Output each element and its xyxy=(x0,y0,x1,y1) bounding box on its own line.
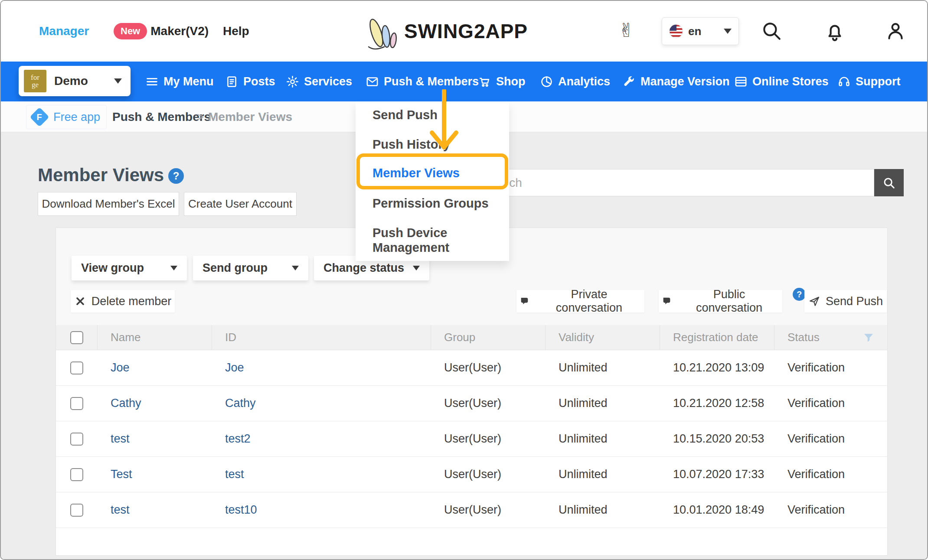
member-id-link[interactable]: Joe xyxy=(225,361,244,374)
row-checkbox[interactable] xyxy=(70,468,83,481)
page-title: Member Views xyxy=(38,165,164,186)
private-conversation-button[interactable]: Private conversation xyxy=(516,290,644,313)
send-push-button[interactable]: Send Push xyxy=(804,290,887,313)
member-id-link[interactable]: test xyxy=(225,468,244,481)
table-row: Joe Joe User(User) Unlimited 10.21.2020 … xyxy=(56,350,887,386)
select-all-checkbox[interactable] xyxy=(70,331,83,344)
member-group: User(User) xyxy=(431,421,546,456)
member-registration-date: 10.21.2020 12:58 xyxy=(660,386,774,421)
speech-bubble-icon xyxy=(661,295,673,307)
nav-item-my-menu[interactable]: My Menu xyxy=(145,62,214,101)
member-status: Verification xyxy=(774,492,887,527)
column-header-id: ID xyxy=(212,325,431,350)
member-name-link[interactable]: Test xyxy=(111,468,132,481)
nav-item-analytics[interactable]: Analytics xyxy=(540,62,610,101)
member-status: Verification xyxy=(774,386,887,421)
table-row: test test10 User(User) Unlimited 10.01.2… xyxy=(56,492,887,528)
member-group: User(User) xyxy=(431,386,546,421)
table-header-row: Name ID Group Validity Registration date… xyxy=(56,325,887,350)
row-checkbox[interactable] xyxy=(70,504,83,517)
member-id-link[interactable]: Cathy xyxy=(225,397,256,410)
victory-hand-icon: ✌ xyxy=(618,21,634,40)
row-checkbox[interactable] xyxy=(70,361,83,374)
member-validity: Unlimited xyxy=(546,457,660,492)
hamburger-menu-icon xyxy=(145,75,159,88)
column-header-group: Group xyxy=(431,325,546,350)
search-submit-button[interactable] xyxy=(874,169,904,196)
member-search-input[interactable] xyxy=(474,169,874,196)
chevron-down-icon xyxy=(413,266,420,270)
member-validity: Unlimited xyxy=(546,492,660,527)
nav-item-posts[interactable]: Posts xyxy=(225,62,275,101)
select-all-cell xyxy=(56,325,98,350)
app-thumbnail: for ge xyxy=(24,70,46,92)
pie-chart-icon xyxy=(540,75,553,88)
language-label: en xyxy=(688,25,701,38)
member-validity: Unlimited xyxy=(546,421,660,456)
document-icon xyxy=(225,75,239,88)
nav-item-shop[interactable]: Shop xyxy=(478,62,526,101)
main-nav-bar: for ge Demo My Menu Posts Services Push … xyxy=(1,62,928,101)
nav-item-online-stores[interactable]: Online Stores xyxy=(734,62,829,101)
member-group: User(User) xyxy=(431,457,546,492)
member-validity: Unlimited xyxy=(546,350,660,385)
free-app-diamond-icon: F xyxy=(29,107,49,127)
table-body: Joe Joe User(User) Unlimited 10.21.2020 … xyxy=(56,350,887,555)
member-registration-date: 10.01.2020 18:49 xyxy=(660,492,774,527)
public-conversation-button[interactable]: Public conversation xyxy=(659,290,782,313)
member-group: User(User) xyxy=(431,350,546,385)
chevron-down-icon xyxy=(170,266,177,270)
app-selector-dropdown[interactable]: for ge Demo xyxy=(19,66,131,96)
breadcrumb-section[interactable]: Push & Members xyxy=(112,101,211,132)
column-header-name: Name xyxy=(98,325,212,350)
table-row: Cathy Cathy User(User) Unlimited 10.21.2… xyxy=(56,386,887,421)
nav-item-support[interactable]: Support xyxy=(837,62,900,101)
filter-funnel-icon[interactable] xyxy=(862,331,875,344)
create-user-account-button[interactable]: Create User Account xyxy=(184,192,297,216)
nav-item-services[interactable]: Services xyxy=(286,62,352,101)
delete-member-button[interactable]: Delete member xyxy=(71,290,175,313)
breadcrumb-current: Member Views xyxy=(208,101,292,132)
member-id-link[interactable]: test10 xyxy=(225,503,257,517)
brand-name: SWING2APP xyxy=(404,20,528,43)
member-name-link[interactable]: Joe xyxy=(111,361,130,374)
manager-link[interactable]: Manager xyxy=(39,1,89,62)
member-id-link[interactable]: test2 xyxy=(225,432,251,446)
new-badge: New xyxy=(114,23,147,39)
download-excel-button[interactable]: Download Member's Excel xyxy=(38,192,179,216)
member-name-link[interactable]: test xyxy=(111,503,130,517)
member-status: Verification xyxy=(774,421,887,456)
shopping-cart-icon xyxy=(478,75,491,88)
swing2app-leaves-icon xyxy=(363,10,402,52)
member-name-link[interactable]: Cathy xyxy=(111,397,141,410)
highlight-annotation-arrow xyxy=(425,89,463,154)
column-header-registration-date: Registration date xyxy=(660,325,774,350)
chevron-down-icon xyxy=(114,78,122,84)
highlight-annotation-box xyxy=(356,153,508,189)
row-checkbox[interactable] xyxy=(70,433,83,446)
maker-link[interactable]: New Maker(V2) xyxy=(114,1,209,62)
table-row: Test test User(User) Unlimited 10.07.202… xyxy=(56,457,887,492)
table-row: test test2 User(User) Unlimited 10.15.20… xyxy=(56,421,887,457)
nav-item-manage-version[interactable]: Manage Version xyxy=(622,62,730,101)
member-registration-date: 10.15.2020 20:53 xyxy=(660,421,774,456)
search-icon[interactable] xyxy=(761,20,782,42)
member-name-link[interactable]: test xyxy=(111,432,130,446)
notifications-bell-icon[interactable] xyxy=(824,20,846,42)
page-help-icon[interactable]: ? xyxy=(168,168,184,184)
send-group-dropdown[interactable]: Send group xyxy=(193,256,308,280)
menu-item-permission-groups[interactable]: Permission Groups xyxy=(373,196,494,211)
view-group-dropdown[interactable]: View group xyxy=(72,256,187,280)
help-link[interactable]: Help xyxy=(223,1,249,62)
user-account-icon[interactable] xyxy=(885,20,906,42)
chevron-down-icon xyxy=(292,266,299,270)
language-selector[interactable]: en xyxy=(662,17,739,45)
menu-item-push-device-management[interactable]: Push Device Management xyxy=(373,225,481,255)
member-registration-date: 10.07.2020 17:33 xyxy=(660,457,774,492)
toolbar-help-icon[interactable]: ? xyxy=(793,288,806,301)
row-checkbox[interactable] xyxy=(70,397,83,410)
maker-label: Maker(V2) xyxy=(150,24,209,38)
headset-icon xyxy=(837,75,851,88)
free-app-label: Free app xyxy=(53,111,100,124)
top-header: Manager New Maker(V2) Help SWING2APP ✌ e… xyxy=(1,1,928,62)
